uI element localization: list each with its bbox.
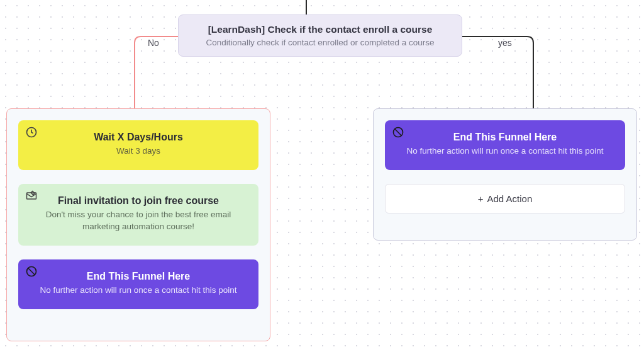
stop-circle-icon <box>391 125 405 139</box>
end-funnel-card-left[interactable]: End This Funnel Here No further action w… <box>18 259 258 309</box>
no-branch-panel: Wait X Days/Hours Wait 3 days Final invi… <box>6 108 270 341</box>
end-funnel-card-right[interactable]: End This Funnel Here No further action w… <box>385 120 625 170</box>
condition-title: [LearnDash] Check if the contact enroll … <box>192 24 448 35</box>
branch-label-no: No <box>148 38 159 48</box>
clock-icon <box>25 125 38 139</box>
end-sub-right: No further action will run once a contac… <box>402 145 608 157</box>
email-title: Final invitation to join free course <box>36 195 241 207</box>
wait-title: Wait X Days/Hours <box>36 132 241 143</box>
envelope-pen-icon <box>25 189 38 203</box>
email-card[interactable]: Final invitation to join free course Don… <box>18 184 258 246</box>
wait-card[interactable]: Wait X Days/Hours Wait 3 days <box>18 120 258 170</box>
plus-icon: + <box>478 193 484 204</box>
yes-branch-panel: End This Funnel Here No further action w… <box>373 108 637 241</box>
branch-label-yes: yes <box>498 38 512 48</box>
wait-sub: Wait 3 days <box>36 145 241 157</box>
end-sub-left: No further action will run once a contac… <box>36 285 241 297</box>
condition-node[interactable]: [LearnDash] Check if the contact enroll … <box>178 14 462 57</box>
end-title-right: End This Funnel Here <box>402 132 608 143</box>
add-action-button[interactable]: +Add Action <box>385 184 625 213</box>
stop-circle-icon <box>25 265 38 278</box>
add-action-label: Add Action <box>487 193 533 204</box>
condition-subtitle: Conditionally check if contact enrolled … <box>192 38 448 47</box>
email-sub: Don't miss your chance to join the best … <box>36 209 241 233</box>
end-title-left: End This Funnel Here <box>36 271 241 282</box>
